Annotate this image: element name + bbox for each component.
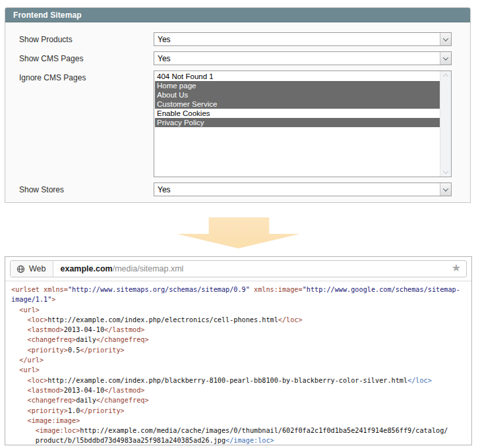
show-stores-select[interactable]: Yes <box>154 182 452 196</box>
xml-line: <changefreq>daily</changefreq> <box>11 335 469 345</box>
scroll-down-icon[interactable] <box>443 169 448 174</box>
form-row-show-products: Show Products Yes <box>19 32 456 46</box>
browser-toolbar: Web example.com/media/sitemap.xml ★ <box>5 257 471 281</box>
listbox-option[interactable]: 404 Not Found 1 <box>155 72 440 81</box>
show-stores-value: Yes <box>154 185 171 194</box>
site-chip-label: Web <box>29 264 45 273</box>
ignore-cms-pages-listbox[interactable]: 404 Not Found 1Home pageAbout UsCustomer… <box>154 70 452 177</box>
show-cms-pages-select[interactable]: Yes <box>154 51 452 65</box>
scroll-up-icon[interactable] <box>443 74 448 79</box>
listbox-option[interactable]: Enable Cookies <box>155 109 440 118</box>
xml-line: <image:image> <box>11 416 469 426</box>
xml-line: <url> <box>11 305 469 315</box>
globe-icon <box>16 265 25 273</box>
xml-line: <image:loc>http://example.com/media/cach… <box>11 426 469 435</box>
show-products-value: Yes <box>154 35 171 44</box>
xml-line: <priority>1.0</priority> <box>11 406 469 416</box>
form-row-show-stores: Show Stores Yes <box>19 182 456 196</box>
show-products-label: Show Products <box>19 32 154 44</box>
ignore-cms-pages-label: Ignore CMS Pages <box>19 70 154 82</box>
xml-line: <lastmod>2013-04-10</lastmod> <box>11 385 469 395</box>
dropdown-arrow-icon[interactable] <box>440 33 451 45</box>
show-cms-pages-value: Yes <box>154 54 171 63</box>
xml-line: <changefreq>daily</changefreq> <box>11 395 469 405</box>
frontend-sitemap-panel: Frontend Sitemap Show Products Yes Show … <box>5 7 471 203</box>
panel-title: Frontend Sitemap <box>5 11 82 20</box>
listbox-option[interactable]: Home page <box>155 81 440 90</box>
panel-body: Show Products Yes Show CMS Pages Yes Ign… <box>5 22 470 196</box>
down-arrow-graphic <box>177 217 300 248</box>
xml-line: <loc>http://example.com/index.php/blackb… <box>11 376 469 385</box>
browser-frame: Web example.com/media/sitemap.xml ★ <url… <box>5 256 472 445</box>
dropdown-arrow-icon[interactable] <box>440 52 451 65</box>
address-bar[interactable]: Web example.com/media/sitemap.xml ★ <box>10 260 467 277</box>
dropdown-arrow-icon[interactable] <box>440 183 451 196</box>
listbox-option[interactable]: Customer Service <box>155 99 440 109</box>
show-cms-pages-label: Show CMS Pages <box>19 51 154 63</box>
panel-header: Frontend Sitemap <box>5 8 470 22</box>
listbox-options: 404 Not Found 1Home pageAbout UsCustomer… <box>155 72 440 127</box>
xml-line: product/b/l5bddbd73d4983aa25f981a240385a… <box>11 435 469 445</box>
xml-line: <urlset xmlns="http://www.sitemaps.org/s… <box>11 285 469 294</box>
url-path: /media/sitemap.xml <box>113 264 184 273</box>
xml-line: <url> <box>11 365 469 375</box>
form-row-show-cms-pages: Show CMS Pages Yes <box>19 51 456 65</box>
listbox-option[interactable]: Privacy Policy <box>155 118 440 127</box>
show-products-select[interactable]: Yes <box>154 32 452 46</box>
site-chip[interactable]: Web <box>11 261 53 277</box>
xml-line: <loc>http://example.com/index.php/electr… <box>11 315 469 325</box>
address-bar-url[interactable]: example.com/media/sitemap.xml <box>53 264 446 273</box>
listbox-scrollbar[interactable] <box>440 71 451 177</box>
form-row-ignore-cms-pages: Ignore CMS Pages 404 Not Found 1Home pag… <box>19 70 456 177</box>
xml-line: </url> <box>11 355 469 365</box>
xml-line: <priority>0.5</priority> <box>11 345 469 355</box>
bookmark-star-icon[interactable]: ★ <box>446 263 466 275</box>
xml-content: <urlset xmlns="http://www.sitemaps.org/s… <box>5 281 471 446</box>
show-stores-label: Show Stores <box>19 182 154 194</box>
xml-line: image/1.1"> <box>11 294 469 304</box>
xml-line: <lastmod>2013-04-10</lastmod> <box>11 325 469 335</box>
listbox-option[interactable]: About Us <box>155 90 440 99</box>
url-domain: example.com <box>60 264 112 273</box>
